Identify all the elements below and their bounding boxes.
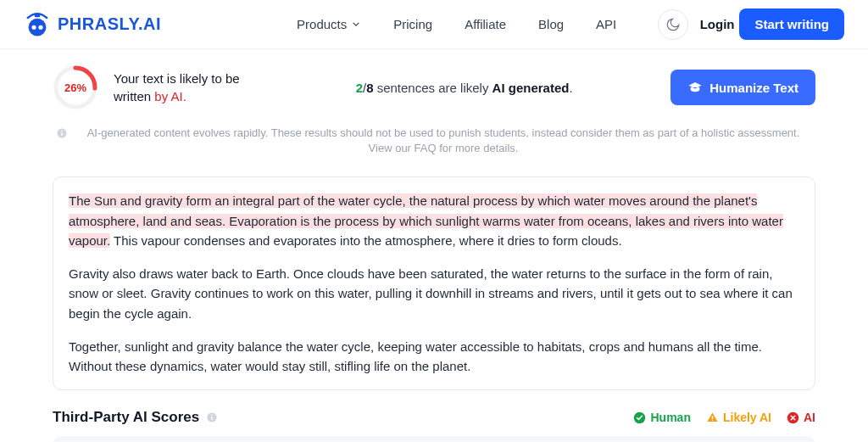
main-nav: Products Pricing Affiliate Blog API [297,17,616,31]
logo-icon [24,11,51,38]
sentence-stat: 2/8 sentences are likely AI generated. [273,81,655,95]
paragraph-2: Gravity also draws water back to Earth. … [69,264,799,323]
svg-point-1 [29,18,47,36]
nav-pricing[interactable]: Pricing [393,17,432,31]
graduation-cap-icon [687,80,703,95]
chevron-down-icon [351,20,361,30]
legend-human: Human [633,411,690,424]
text-panel: The Sun and gravity form an integral par… [53,176,815,390]
nav-api[interactable]: API [596,17,616,31]
paragraph-3: Together, sunlight and gravity balance t… [69,337,799,377]
third-party-header: Third-Party AI Scores Human Likely AI AI [53,409,815,426]
disclaimer: AI-generated content evolves rapidly. Th… [53,126,815,156]
warning-triangle-icon [706,411,719,424]
nav-blog[interactable]: Blog [538,17,564,31]
stat-tail: . [569,81,572,95]
svg-point-8 [61,130,63,131]
moon-icon [665,17,681,32]
nav-products-label: Products [297,17,347,31]
start-writing-button[interactable]: Start writing [739,8,844,40]
nav-affiliate[interactable]: Affiliate [465,17,506,31]
brand-logo[interactable]: PHRASLY.AI [24,11,161,38]
stat-mid: sentences are likely [374,81,492,95]
login-link[interactable]: Login [700,17,735,31]
theme-toggle-button[interactable] [658,9,688,40]
likelihood-text: Your text is likely to be written by AI. [114,70,258,105]
top-nav: PHRASLY.AI Products Pricing Affiliate Bl… [0,0,868,49]
stat-denominator: 8 [366,81,373,95]
svg-point-3 [38,25,42,29]
legend-likely-ai: Likely AI [706,411,771,424]
legend-ai: AI [787,411,815,424]
ai-percent-value: 26% [53,64,98,110]
svg-point-2 [31,25,36,29]
nav-products[interactable]: Products [297,17,361,31]
svg-rect-10 [212,417,213,420]
summary-row: 26% Your text is likely to be written by… [53,64,815,110]
third-party-scores: ContentAtScale GPTZero ZeroGPT OpenAI Co… [53,436,815,442]
svg-rect-13 [712,416,714,419]
disclaimer-text: AI-generated content evolves rapidly. Th… [75,126,812,156]
info-icon [56,127,68,139]
humanize-button[interactable]: Humanize Text [670,70,815,105]
ai-percent-gauge: 26% [53,64,98,110]
svg-rect-7 [61,132,62,136]
paragraph-1: The Sun and gravity form an integral par… [69,191,799,250]
info-icon[interactable] [206,411,218,423]
third-party-title: Third-Party AI Scores [53,409,199,426]
check-circle-icon [633,411,646,424]
stat-numerator: 2 [356,81,363,95]
svg-point-11 [211,415,213,417]
humanize-label: Humanize Text [709,81,798,95]
svg-rect-0 [35,14,40,17]
p1-rest: This vapour condenses and evaporates int… [110,233,621,248]
stat-bold: AI generated [492,81,570,95]
score-legend: Human Likely AI AI [633,411,815,424]
x-circle-icon [787,411,799,424]
brand-text: PHRASLY.AI [58,14,161,34]
likelihood-emphasis: by AI. [154,89,186,104]
svg-point-14 [712,420,714,422]
